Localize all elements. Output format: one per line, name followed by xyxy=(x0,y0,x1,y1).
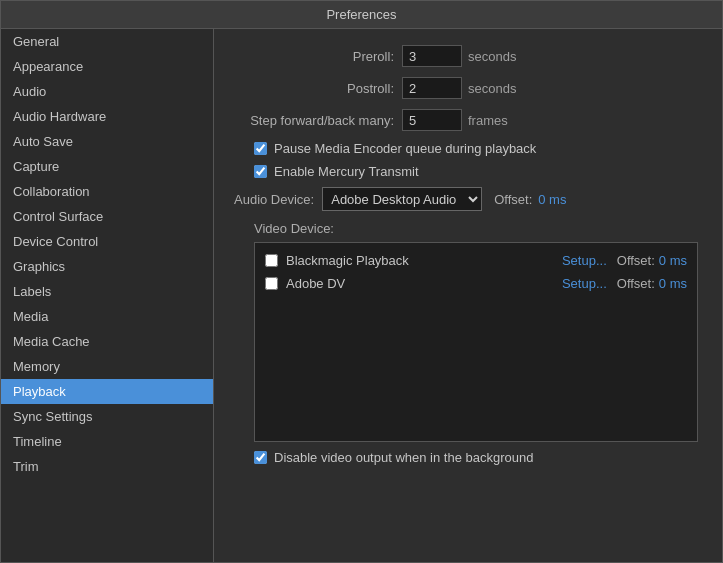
sidebar-item-trim[interactable]: Trim xyxy=(1,454,213,479)
disable-bg-row: Disable video output when in the backgro… xyxy=(234,450,702,465)
mercury-transmit-row: Enable Mercury Transmit xyxy=(234,164,702,179)
sidebar-item-device-control[interactable]: Device Control xyxy=(1,229,213,254)
setup-link[interactable]: Setup... xyxy=(562,253,607,268)
step-forward-input[interactable] xyxy=(402,109,462,131)
pause-encoder-row: Pause Media Encoder queue during playbac… xyxy=(234,141,702,156)
postroll-suffix: seconds xyxy=(468,81,516,96)
video-device-row: Blackmagic PlaybackSetup...Offset:0 ms xyxy=(255,249,697,272)
preroll-input[interactable] xyxy=(402,45,462,67)
content-area: GeneralAppearanceAudioAudio HardwareAuto… xyxy=(1,29,722,562)
video-device-label: Video Device: xyxy=(234,221,702,236)
sidebar-item-audio[interactable]: Audio xyxy=(1,79,213,104)
main-panel: Preroll: seconds Postroll: seconds Step … xyxy=(214,29,722,562)
sidebar-item-graphics[interactable]: Graphics xyxy=(1,254,213,279)
preferences-window: Preferences GeneralAppearanceAudioAudio … xyxy=(0,0,723,563)
video-offset-label: Offset: xyxy=(617,276,655,291)
audio-device-label: Audio Device: xyxy=(234,192,314,207)
disable-bg-checkbox[interactable] xyxy=(254,451,267,464)
video-device-checkbox-blackmagic-playback[interactable] xyxy=(265,254,278,267)
video-device-name: Blackmagic Playback xyxy=(286,253,562,268)
video-device-row: Adobe DVSetup...Offset:0 ms xyxy=(255,272,697,295)
sidebar-item-sync-settings[interactable]: Sync Settings xyxy=(1,404,213,429)
disable-bg-label: Disable video output when in the backgro… xyxy=(274,450,533,465)
title-bar: Preferences xyxy=(1,1,722,29)
video-offset-label: Offset: xyxy=(617,253,655,268)
step-forward-suffix: frames xyxy=(468,113,508,128)
sidebar-item-audio-hardware[interactable]: Audio Hardware xyxy=(1,104,213,129)
sidebar-item-media[interactable]: Media xyxy=(1,304,213,329)
sidebar-item-collaboration[interactable]: Collaboration xyxy=(1,179,213,204)
step-forward-row: Step forward/back many: frames xyxy=(234,109,702,131)
window-title: Preferences xyxy=(326,7,396,22)
audio-offset-label: Offset: xyxy=(494,192,532,207)
video-device-table: Blackmagic PlaybackSetup...Offset:0 msAd… xyxy=(254,242,698,442)
mercury-transmit-label: Enable Mercury Transmit xyxy=(274,164,419,179)
sidebar-item-auto-save[interactable]: Auto Save xyxy=(1,129,213,154)
sidebar-item-playback[interactable]: Playback xyxy=(1,379,213,404)
postroll-label: Postroll: xyxy=(234,81,394,96)
video-device-name: Adobe DV xyxy=(286,276,562,291)
video-device-checkbox-adobe-dv[interactable] xyxy=(265,277,278,290)
sidebar-item-media-cache[interactable]: Media Cache xyxy=(1,329,213,354)
sidebar-item-appearance[interactable]: Appearance xyxy=(1,54,213,79)
sidebar: GeneralAppearanceAudioAudio HardwareAuto… xyxy=(1,29,214,562)
audio-device-row: Audio Device: Adobe Desktop AudioSystem … xyxy=(234,187,702,211)
video-offset-value: 0 ms xyxy=(659,253,687,268)
sidebar-item-general[interactable]: General xyxy=(1,29,213,54)
setup-link[interactable]: Setup... xyxy=(562,276,607,291)
sidebar-item-capture[interactable]: Capture xyxy=(1,154,213,179)
sidebar-item-timeline[interactable]: Timeline xyxy=(1,429,213,454)
mercury-transmit-checkbox[interactable] xyxy=(254,165,267,178)
preroll-suffix: seconds xyxy=(468,49,516,64)
step-forward-label: Step forward/back many: xyxy=(234,113,394,128)
pause-encoder-checkbox[interactable] xyxy=(254,142,267,155)
audio-offset-value: 0 ms xyxy=(538,192,566,207)
postroll-row: Postroll: seconds xyxy=(234,77,702,99)
sidebar-item-control-surface[interactable]: Control Surface xyxy=(1,204,213,229)
video-offset-value: 0 ms xyxy=(659,276,687,291)
postroll-input[interactable] xyxy=(402,77,462,99)
sidebar-item-memory[interactable]: Memory xyxy=(1,354,213,379)
preroll-row: Preroll: seconds xyxy=(234,45,702,67)
audio-device-select[interactable]: Adobe Desktop AudioSystem Default xyxy=(322,187,482,211)
video-device-section: Video Device: Blackmagic PlaybackSetup..… xyxy=(234,221,702,442)
pause-encoder-label: Pause Media Encoder queue during playbac… xyxy=(274,141,536,156)
preroll-label: Preroll: xyxy=(234,49,394,64)
sidebar-item-labels[interactable]: Labels xyxy=(1,279,213,304)
